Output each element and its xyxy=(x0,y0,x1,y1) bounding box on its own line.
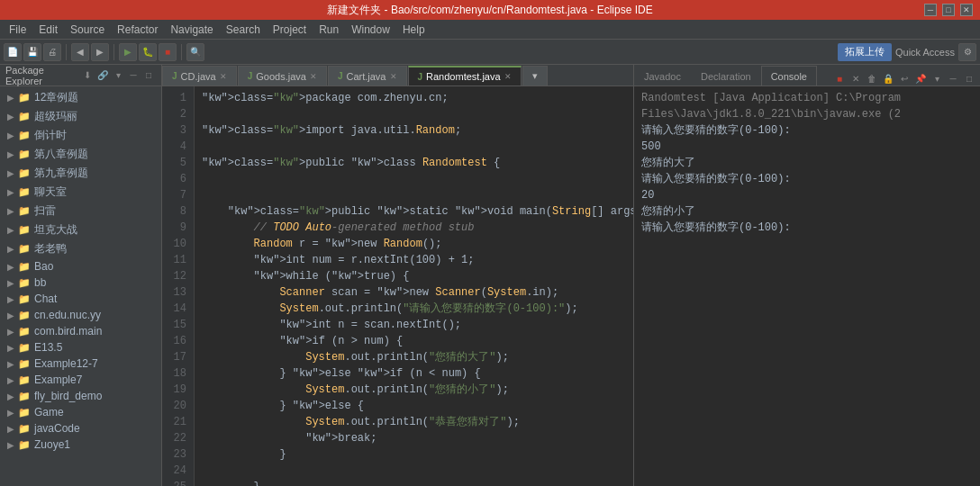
left-panel-toolbar: ⬇ 🔗 ▾ ─ □ xyxy=(80,68,156,83)
code-editor[interactable]: 1234567891011121314151617181920212223242… xyxy=(162,86,633,486)
editor-tab-3[interactable]: JRandomtest.java✕ xyxy=(408,66,522,86)
quick-access-area: 拓展上传 Quick Access ⚙ xyxy=(838,43,976,61)
right-tab-declaration[interactable]: Declaration xyxy=(691,66,761,86)
menu-refactor[interactable]: Refactor xyxy=(112,22,163,38)
title-text: 新建文件夹 - Bao/src/com/zhenyu/cn/Randomtest… xyxy=(327,3,652,18)
console-minimize-btn[interactable]: ─ xyxy=(946,71,960,86)
editor-tab-2[interactable]: JCart.java✕ xyxy=(328,66,407,86)
menu-source[interactable]: Source xyxy=(65,22,110,38)
tree-item[interactable]: ▶📁坦克大战 xyxy=(0,220,161,239)
print-btn[interactable]: 🖨 xyxy=(43,43,61,61)
center-panel: JCD.java✕JGoods.java✕JCart.java✕JRandomt… xyxy=(162,65,633,486)
close-button[interactable]: ✕ xyxy=(960,4,973,16)
sep2 xyxy=(113,44,114,60)
minimize-panel-btn[interactable]: ─ xyxy=(126,68,141,83)
console-stop-btn[interactable]: ■ xyxy=(832,71,847,86)
console-word-wrap-btn[interactable]: ↩ xyxy=(897,71,912,86)
tree-item[interactable]: ▶📁Bao xyxy=(0,258,161,274)
console-line: 请输入您要猜的数字(0-100): xyxy=(641,171,973,187)
console-pin-btn[interactable]: 📌 xyxy=(913,71,928,86)
code-content[interactable]: "kw">class="kw">package com.zhenyu.cn; "… xyxy=(195,86,633,486)
tree-item[interactable]: ▶📁fly_bird_demo xyxy=(0,388,161,404)
maximize-button[interactable]: □ xyxy=(942,4,955,16)
stop-btn[interactable]: ■ xyxy=(159,43,177,61)
debug-btn[interactable]: 🐛 xyxy=(139,43,157,61)
right-tab-toolbar: ■ ✕ 🗑 🔒 ↩ 📌 ▾ ─ □ xyxy=(832,71,980,86)
maximize-panel-btn[interactable]: □ xyxy=(141,68,156,83)
package-explorer-header: Package Explorer ⬇ 🔗 ▾ ─ □ xyxy=(0,65,161,86)
package-tree: ▶📁12章例题▶📁超级玛丽▶📁倒计时▶📁第八章例题▶📁第九章例题▶📁聊天室▶📁扫… xyxy=(0,86,161,486)
console-line: 20 xyxy=(641,187,973,203)
quick-access-expand[interactable]: ⚙ xyxy=(958,43,976,61)
menu-edit[interactable]: Edit xyxy=(33,22,63,38)
title-bar: 新建文件夹 - Bao/src/com/zhenyu/cn/Randomtest… xyxy=(0,0,980,20)
menu-window[interactable]: Window xyxy=(346,22,395,38)
new-btn[interactable]: 📄 xyxy=(4,43,22,61)
editor-tab-1[interactable]: JGoods.java✕ xyxy=(238,66,327,86)
view-menu-btn[interactable]: ▾ xyxy=(111,68,125,83)
right-tab-console[interactable]: Console xyxy=(761,66,817,86)
tree-item[interactable]: ▶📁Example7 xyxy=(0,372,161,388)
tree-item[interactable]: ▶📁扫雷 xyxy=(0,202,161,220)
right-tabs: JavadocDeclarationConsole ■ ✕ 🗑 🔒 ↩ 📌 ▾ … xyxy=(634,65,980,86)
menu-search[interactable]: Search xyxy=(221,22,266,38)
sep3 xyxy=(181,44,182,60)
tree-item[interactable]: ▶📁Game xyxy=(0,404,161,420)
console-scroll-lock-btn[interactable]: 🔒 xyxy=(881,71,895,86)
menu-project[interactable]: Project xyxy=(268,22,312,38)
search-btn[interactable]: 🔍 xyxy=(186,43,204,61)
tree-item[interactable]: ▶📁超级玛丽 xyxy=(0,107,161,126)
console-path: Randomtest [Java Application] C:\Program… xyxy=(641,90,973,122)
editor-area: 1234567891011121314151617181920212223242… xyxy=(162,86,633,486)
console-line: 您猜的小了 xyxy=(641,203,973,220)
main-layout: Package Explorer ⬇ 🔗 ▾ ─ □ ▶📁12章例题▶📁超级玛丽… xyxy=(0,65,980,486)
line-numbers: 1234567891011121314151617181920212223242… xyxy=(162,86,195,486)
tree-item[interactable]: ▶📁12章例题 xyxy=(0,88,161,107)
minimize-button[interactable]: ─ xyxy=(924,4,937,16)
editor-tabs: JCD.java✕JGoods.java✕JCart.java✕JRandomt… xyxy=(162,65,633,86)
console-line: 请输入您要猜的数字(0-100): xyxy=(641,220,973,236)
tree-item[interactable]: ▶📁com.bird.main xyxy=(0,323,161,339)
tree-item[interactable]: ▶📁E13.5 xyxy=(0,339,161,356)
console-close-btn[interactable]: ✕ xyxy=(848,71,863,86)
tree-item[interactable]: ▶📁bb xyxy=(0,274,161,291)
console-maximize-btn[interactable]: □ xyxy=(962,71,976,86)
save-btn[interactable]: 💾 xyxy=(23,43,41,61)
tree-item[interactable]: ▶📁Example12-7 xyxy=(0,356,161,372)
tree-item[interactable]: ▶📁老老鸭 xyxy=(0,239,161,258)
package-explorer-title: Package Explorer xyxy=(5,65,80,86)
console-line: 500 xyxy=(641,139,973,155)
menu-file[interactable]: File xyxy=(4,22,32,38)
tree-item[interactable]: ▶📁Zuoye1 xyxy=(0,436,161,453)
tree-item[interactable]: ▶📁Chat xyxy=(0,291,161,307)
toolbar: 📄 💾 🖨 ◀ ▶ ▶ 🐛 ■ 🔍 拓展上传 Quick Access ⚙ xyxy=(0,40,980,65)
run-btn[interactable]: ▶ xyxy=(119,43,137,61)
tree-item[interactable]: ▶📁聊天室 xyxy=(0,183,161,202)
link-editor-btn[interactable]: 🔗 xyxy=(95,68,110,83)
editor-tab-0[interactable]: JCD.java✕ xyxy=(162,66,237,86)
quick-access-label: Quick Access xyxy=(895,47,955,58)
tree-item[interactable]: ▶📁第八章例题 xyxy=(0,145,161,164)
editor-tab-4[interactable]: ▾ xyxy=(522,66,548,86)
menu-help[interactable]: Help xyxy=(397,22,431,38)
window-controls: ─ □ ✕ xyxy=(924,4,973,16)
console-area[interactable]: Randomtest [Java Application] C:\Program… xyxy=(634,86,980,486)
right-panel: JavadocDeclarationConsole ■ ✕ 🗑 🔒 ↩ 📌 ▾ … xyxy=(633,65,980,486)
menu-navigate[interactable]: Navigate xyxy=(165,22,218,38)
console-line: 您猜的大了 xyxy=(641,155,973,171)
collapse-all-btn[interactable]: ⬇ xyxy=(80,68,95,83)
tree-item[interactable]: ▶📁cn.edu.nuc.yy xyxy=(0,307,161,323)
back-btn[interactable]: ◀ xyxy=(71,43,89,61)
right-tab-javadoc[interactable]: Javadoc xyxy=(634,66,691,86)
sep1 xyxy=(66,44,67,60)
console-clear-btn[interactable]: 🗑 xyxy=(865,71,879,86)
upload-button[interactable]: 拓展上传 xyxy=(838,43,892,61)
left-panel: Package Explorer ⬇ 🔗 ▾ ─ □ ▶📁12章例题▶📁超级玛丽… xyxy=(0,65,162,486)
tree-item[interactable]: ▶📁第九章例题 xyxy=(0,164,161,183)
tree-item[interactable]: ▶📁javaCode xyxy=(0,420,161,436)
forward-btn[interactable]: ▶ xyxy=(91,43,109,61)
tree-item[interactable]: ▶📁倒计时 xyxy=(0,126,161,145)
console-view-menu-btn[interactable]: ▾ xyxy=(930,71,944,86)
console-line: 请输入您要猜的数字(0-100): xyxy=(641,122,973,139)
menu-run[interactable]: Run xyxy=(313,22,344,38)
